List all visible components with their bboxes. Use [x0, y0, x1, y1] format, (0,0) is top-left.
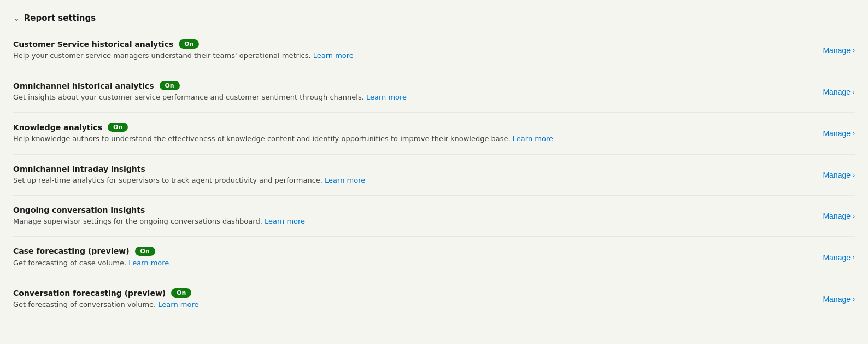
manage-button[interactable]: Manage› [805, 171, 855, 179]
setting-name: Omnichannel historical analytics [13, 81, 154, 90]
settings-list: Customer Service historical analyticsOnH… [13, 30, 855, 319]
chevron-right-icon: › [853, 130, 855, 137]
manage-button[interactable]: Manage› [805, 253, 855, 262]
on-badge: On [160, 81, 180, 90]
learn-more-link[interactable]: Learn more [325, 176, 365, 184]
setting-row: Customer Service historical analyticsOnH… [13, 30, 855, 71]
page-container: ⌄ Report settings Customer Service histo… [0, 0, 868, 344]
setting-description: Get forecasting of case volume. Learn mo… [13, 258, 805, 268]
setting-name: Conversation forecasting (preview) [13, 289, 166, 298]
learn-more-link[interactable]: Learn more [313, 51, 354, 60]
learn-more-link[interactable]: Learn more [128, 259, 169, 267]
setting-description: Set up real-time analytics for superviso… [13, 176, 805, 185]
learn-more-link[interactable]: Learn more [366, 93, 407, 101]
section-header[interactable]: ⌄ Report settings [13, 9, 855, 30]
manage-label: Manage [823, 88, 851, 96]
setting-left: Case forecasting (preview)OnGet forecast… [13, 247, 805, 268]
setting-name-row: Conversation forecasting (preview)On [13, 288, 805, 298]
on-badge: On [108, 123, 128, 132]
manage-button[interactable]: Manage› [805, 295, 855, 304]
setting-left: Customer Service historical analyticsOnH… [13, 39, 805, 61]
manage-label: Manage [823, 295, 851, 304]
setting-row: Omnichannel intraday insightsSet up real… [13, 155, 855, 196]
manage-label: Manage [823, 212, 851, 220]
manage-button[interactable]: Manage› [805, 212, 855, 220]
manage-label: Manage [823, 129, 851, 138]
learn-more-link[interactable]: Learn more [265, 217, 305, 225]
setting-description: Help knowledge authors to understand the… [13, 134, 805, 144]
setting-left: Omnichannel intraday insightsSet up real… [13, 165, 805, 185]
setting-name-row: Ongoing conversation insights [13, 206, 805, 214]
setting-name-row: Omnichannel historical analyticsOn [13, 81, 805, 90]
chevron-right-icon: › [853, 212, 855, 220]
setting-description: Help your customer service managers unde… [13, 51, 805, 61]
setting-row: Conversation forecasting (preview)OnGet … [13, 278, 855, 319]
setting-row: Knowledge analyticsOnHelp knowledge auth… [13, 113, 855, 154]
setting-left: Conversation forecasting (preview)OnGet … [13, 288, 805, 310]
setting-name: Case forecasting (preview) [13, 247, 130, 255]
chevron-right-icon: › [853, 295, 855, 303]
setting-description: Get forecasting of conversation volume. … [13, 300, 805, 310]
manage-button[interactable]: Manage› [805, 46, 855, 55]
on-badge: On [179, 39, 199, 49]
manage-label: Manage [823, 171, 851, 179]
setting-row: Omnichannel historical analyticsOnGet in… [13, 71, 855, 113]
learn-more-link[interactable]: Learn more [158, 300, 198, 308]
setting-row: Ongoing conversation insightsManage supe… [13, 196, 855, 237]
setting-name: Customer Service historical analytics [13, 40, 173, 49]
manage-label: Manage [823, 46, 851, 55]
on-badge: On [135, 247, 155, 256]
setting-name: Ongoing conversation insights [13, 206, 145, 214]
setting-name-row: Case forecasting (preview)On [13, 247, 805, 256]
setting-left: Ongoing conversation insightsManage supe… [13, 206, 805, 226]
setting-left: Knowledge analyticsOnHelp knowledge auth… [13, 123, 805, 144]
setting-name: Omnichannel intraday insights [13, 165, 145, 173]
chevron-right-icon: › [853, 46, 855, 54]
chevron-right-icon: › [853, 254, 855, 261]
manage-button[interactable]: Manage› [805, 88, 855, 96]
setting-description: Get insights about your customer service… [13, 92, 805, 102]
setting-name-row: Customer Service historical analyticsOn [13, 39, 805, 49]
setting-row: Case forecasting (preview)OnGet forecast… [13, 237, 855, 278]
chevron-right-icon: › [853, 171, 855, 179]
on-badge: On [171, 288, 191, 298]
setting-name: Knowledge analytics [13, 123, 102, 132]
setting-description: Manage supervisor settings for the ongoi… [13, 217, 805, 226]
manage-button[interactable]: Manage› [805, 129, 855, 138]
chevron-right-icon: › [853, 88, 855, 96]
setting-left: Omnichannel historical analyticsOnGet in… [13, 81, 805, 102]
chevron-down-icon: ⌄ [13, 14, 20, 22]
setting-name-row: Knowledge analyticsOn [13, 123, 805, 132]
manage-label: Manage [823, 253, 851, 262]
section-title: Report settings [24, 13, 96, 23]
setting-name-row: Omnichannel intraday insights [13, 165, 805, 173]
learn-more-link[interactable]: Learn more [513, 135, 553, 143]
